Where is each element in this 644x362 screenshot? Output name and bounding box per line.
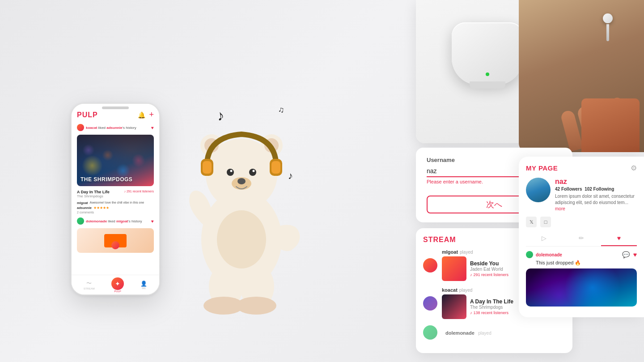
stream-avatar-mlgoat: [423, 258, 437, 273]
comment-user-2: adsunnie: [77, 206, 92, 210]
mypage-username: naz: [555, 178, 637, 186]
comment-row-1: mlgoat Awesome! love the chill vibe in t…: [77, 201, 154, 205]
nav-stream[interactable]: 〜 STREAM: [84, 280, 95, 290]
avatar-koacat: [77, 124, 84, 131]
activity-info-1: koacat liked adsunnie's history: [77, 124, 136, 131]
post-image-overlay: [526, 268, 637, 307]
heart-icon-2[interactable]: ♥: [151, 219, 154, 224]
tab-liked[interactable]: ♥: [601, 231, 637, 246]
phone-header-icons: 🔔 +: [138, 110, 154, 119]
music-note-2: ♫: [278, 105, 284, 115]
mypage-header: MY PAGE ⚙: [526, 164, 637, 172]
me-icon: 👤: [140, 281, 147, 287]
stream-item-3: dolemonade played: [423, 325, 565, 340]
activity-info-2: dolemonade liked mlgoat's history: [77, 217, 142, 225]
stream-played-2: played: [459, 288, 472, 293]
mypage-social: 𝕏 □: [526, 217, 637, 227]
stream-user-1: mlgoat: [442, 249, 458, 255]
nav-me-label: ME: [140, 287, 147, 290]
post-username[interactable]: dolemonade: [536, 252, 562, 257]
post-image-text: THE SHRIMPDOGS: [80, 176, 150, 183]
hand-panel: [519, 0, 644, 152]
instagram-icon[interactable]: □: [540, 217, 551, 227]
music-note-3: ♪: [288, 170, 293, 182]
nav-pulp[interactable]: ✦ PULP: [111, 277, 124, 293]
post-card-2[interactable]: [77, 228, 154, 253]
stream-icon: 〜: [84, 280, 95, 287]
notification-icon[interactable]: 🔔: [138, 111, 145, 119]
tab-edit[interactable]: ✏: [564, 231, 599, 246]
track-title: A Day In The Life: [77, 190, 110, 194]
post-image-dark[interactable]: [526, 268, 637, 307]
comment-section: mlgoat Awesome! love the chill vibe in t…: [72, 200, 159, 215]
post-like-icon[interactable]: ♥: [633, 251, 637, 258]
stream-album-2: [442, 294, 466, 319]
avatar-image: [526, 178, 551, 202]
mypage-user-info: naz 42 Followers 102 Following Lorem ips…: [555, 178, 637, 212]
read-more-link[interactable]: more: [555, 206, 565, 211]
svg-rect-15: [271, 161, 280, 174]
heart-icon-1[interactable]: ♥: [151, 125, 154, 130]
stream-album-1: [442, 256, 466, 281]
svg-point-20: [217, 210, 266, 268]
add-icon[interactable]: +: [149, 110, 154, 119]
phone-notch: [102, 106, 129, 109]
stream-avatar-koacat: [423, 296, 437, 311]
hand-background: [519, 0, 644, 152]
mypage-stats: 42 Followers 102 Following: [555, 187, 637, 192]
activity-row-1: koacat liked adsunnie's history ♥: [72, 122, 159, 133]
mypage-bio: Lorem ipsum dolor sit amet, consectetur …: [555, 193, 637, 212]
airpod-case-body: [452, 22, 523, 85]
mypage-post: dolemonade 💬 ♥ This just dropped 🔥: [526, 251, 637, 307]
twitter-icon[interactable]: 𝕏: [526, 217, 537, 227]
bear-character: ♪ ♫ ♪: [177, 87, 306, 320]
bear-svg: [177, 87, 306, 320]
svg-point-19: [236, 297, 276, 315]
post-avatar: [526, 251, 533, 258]
user-dolemonade[interactable]: dolemonade: [86, 219, 107, 223]
svg-point-6: [227, 169, 234, 176]
pulp-nav-icon: ✦: [111, 277, 124, 290]
mypage-title: MY PAGE: [526, 164, 558, 172]
stream-title: STREAM: [423, 236, 456, 244]
hand-airpod-bud: [603, 13, 613, 23]
tab-play[interactable]: ▷: [526, 231, 562, 246]
airpod-hinge: [470, 81, 505, 89]
svg-point-9: [253, 170, 255, 172]
comment-user-1: mlgoat: [77, 201, 88, 205]
phone-logo: PULP: [77, 111, 98, 119]
comment-stars: ★★★★★: [93, 206, 109, 210]
indicator-light: [486, 72, 489, 76]
mypage-panel: MY PAGE ⚙ naz 42 Followers 102 Following…: [519, 157, 644, 317]
stream-user-2: koacat: [442, 287, 458, 293]
svg-point-7: [249, 169, 256, 176]
nav-pulp-label: PULP: [111, 290, 124, 293]
track-listeners: ♪ 291 recent listeners: [124, 190, 154, 193]
track-info: A Day In The Life The Shrimpdogs ♪ 291 r…: [72, 188, 159, 200]
comments-count: 2 comments: [77, 211, 154, 214]
mypage-post-header: dolemonade 💬 ♥: [526, 251, 637, 258]
post-actions: 💬 ♥: [622, 251, 637, 258]
avatar-dolemonade: [77, 217, 84, 225]
settings-icon[interactable]: ⚙: [631, 164, 637, 172]
hand-airpod-stem: [606, 24, 609, 41]
phone-body: PULP 🔔 + koacat liked adsunnie's history…: [71, 103, 160, 295]
comment-row-2: adsunnie ★★★★★: [77, 206, 154, 210]
airpod-in-hand: [603, 13, 613, 41]
user-koacat[interactable]: koacat: [86, 126, 97, 130]
post-caption: This just dropped 🔥: [536, 260, 637, 266]
phone-screen: PULP 🔔 + koacat liked adsunnie's history…: [72, 104, 159, 294]
activity-row-2: dolemonade liked mlgoat's history ♥: [72, 216, 159, 226]
nav-me[interactable]: 👤 ME: [140, 281, 147, 290]
post-comment-icon[interactable]: 💬: [622, 251, 630, 258]
nav-stream-label: STREAM: [84, 287, 95, 290]
stream-played-3: played: [478, 331, 491, 336]
post-image-city[interactable]: THE SHRIMPDOGS: [77, 135, 154, 186]
mypage-profile: naz 42 Followers 102 Following Lorem ips…: [526, 178, 637, 212]
track-artist: The Shrimpdogs: [77, 194, 110, 198]
mypage-tabs: ▷ ✏ ♥: [526, 231, 637, 247]
svg-rect-13: [203, 161, 212, 174]
post-card-dot: [111, 241, 119, 249]
mypage-avatar: [526, 178, 551, 202]
svg-point-11: [237, 178, 246, 184]
